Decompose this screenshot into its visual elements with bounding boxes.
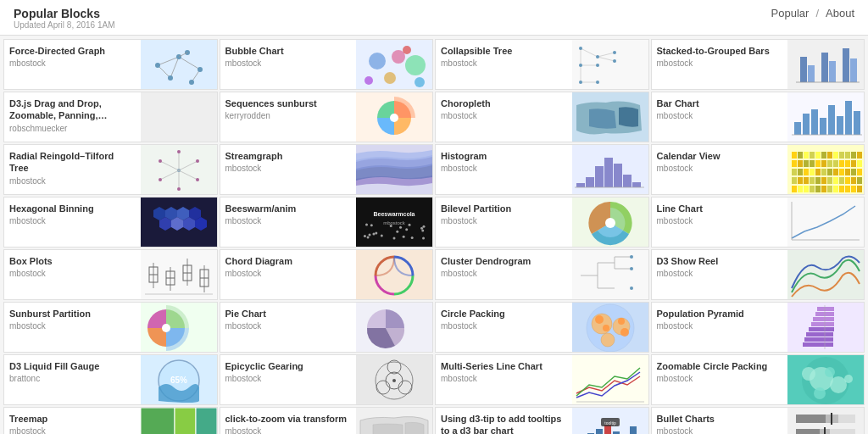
card-info: Bar Chartmbostock bbox=[652, 92, 788, 142]
card-epicyclic-gearing[interactable]: Epicyclic Gearingmbostock bbox=[220, 354, 434, 405]
card-click-zoom[interactable]: click-to-zoom via transformmbostock bbox=[220, 407, 434, 434]
svg-rect-88 bbox=[798, 152, 803, 159]
card-chord-diagram[interactable]: Chord Diagrammbostock bbox=[220, 249, 434, 300]
card-d3-tip[interactable]: Using d3-tip to add tooltips to a d3 bar… bbox=[435, 407, 649, 434]
svg-point-35 bbox=[613, 59, 616, 63]
card-thumbnail bbox=[141, 92, 217, 142]
card-thumbnail bbox=[787, 92, 864, 142]
svg-rect-140 bbox=[857, 169, 862, 175]
svg-point-176 bbox=[605, 218, 615, 228]
card-circle-packing[interactable]: Circle Packingmbostock bbox=[435, 302, 649, 353]
svg-rect-277 bbox=[796, 429, 820, 434]
svg-point-245 bbox=[814, 387, 826, 399]
card-bubble-chart[interactable]: Bubble Chartmbostock bbox=[220, 39, 434, 90]
svg-rect-124 bbox=[839, 160, 844, 167]
card-title: Collapsible Tree bbox=[441, 45, 567, 57]
card-title: Treemap bbox=[9, 413, 136, 425]
card-author: mbostock bbox=[657, 426, 783, 434]
card-author: mbostock bbox=[657, 269, 783, 278]
svg-point-157 bbox=[409, 224, 411, 226]
nav-popular[interactable]: Popular bbox=[771, 7, 810, 19]
card-radial-tree[interactable]: Radial Reingold–Tilford Treembostock bbox=[3, 144, 218, 195]
card-info: Beeswarm/animmbostock bbox=[220, 198, 357, 247]
card-stacked-grouped[interactable]: Stacked-to-Grouped Barsmbostock bbox=[651, 39, 865, 90]
svg-point-203 bbox=[630, 255, 633, 259]
card-force-directed[interactable]: Force-Directed Graphmbostock bbox=[3, 39, 218, 90]
card-info: Using d3-tip to add tooltips to a d3 bar… bbox=[436, 408, 572, 434]
svg-point-160 bbox=[399, 226, 402, 229]
card-box-plots[interactable]: Box Plotsmbostock bbox=[3, 249, 218, 300]
card-collapsible-tree[interactable]: Collapsible Treembostock bbox=[435, 39, 649, 90]
svg-rect-261 bbox=[596, 429, 603, 434]
card-info: Bilevel Partitionmbostock bbox=[436, 198, 572, 247]
card-thumbnail bbox=[356, 145, 432, 195]
svg-point-217 bbox=[618, 318, 625, 325]
card-pie-chart[interactable]: Pie Chartmbostock bbox=[220, 302, 434, 353]
card-bar-chart[interactable]: Bar Chartmbostock bbox=[651, 92, 865, 142]
svg-rect-131 bbox=[845, 177, 850, 184]
card-line-chart[interactable]: Line Chartmbostock bbox=[651, 197, 865, 248]
card-bullet-charts[interactable]: Bullet Chartsmbostock bbox=[651, 407, 865, 434]
card-d3-drag[interactable]: D3.js Drag and Drop, Zoomable, Panning, … bbox=[3, 92, 218, 142]
card-choropleth[interactable]: Choroplethmbostock bbox=[435, 92, 649, 142]
card-author: mbostock bbox=[441, 269, 567, 278]
card-liquid-fill-gauge[interactable]: D3 Liquid Fill Gaugebrattonc 65% bbox=[3, 354, 218, 405]
card-title: D3.js Drag and Drop, Zoomable, Panning, … bbox=[9, 97, 136, 122]
card-thumbnail bbox=[356, 92, 432, 142]
svg-rect-132 bbox=[845, 186, 850, 192]
svg-point-204 bbox=[630, 267, 633, 270]
card-title: Hexagonal Binning bbox=[9, 203, 136, 214]
card-title: Line Chart bbox=[657, 203, 783, 214]
svg-point-159 bbox=[367, 236, 370, 238]
svg-text:65%: 65% bbox=[170, 376, 186, 385]
card-histogram[interactable]: Histogrammbostock bbox=[435, 144, 649, 195]
card-title: Calendar View bbox=[657, 150, 783, 162]
card-bilevel-partition[interactable]: Bilevel Partitionmbostock bbox=[435, 197, 649, 248]
card-cluster-dendrogram[interactable]: Cluster Dendrogrammbostock bbox=[435, 249, 649, 300]
svg-point-218 bbox=[620, 328, 629, 337]
svg-rect-121 bbox=[833, 177, 838, 184]
card-sequences-sunburst[interactable]: Sequences sunburstkerryrodden bbox=[220, 92, 434, 142]
card-title: Pie Chart bbox=[225, 308, 352, 320]
card-multi-series[interactable]: Multi-Series Line Chartmbostock bbox=[435, 354, 649, 405]
nav-about[interactable]: About bbox=[826, 7, 854, 19]
svg-point-32 bbox=[596, 64, 599, 67]
svg-rect-75 bbox=[586, 177, 594, 187]
card-calendar-view[interactable]: Calendar Viewmbostock bbox=[651, 144, 865, 195]
card-population-pyramid[interactable]: Population Pyramidmbostock bbox=[651, 302, 865, 353]
card-thumbnail bbox=[787, 408, 864, 434]
svg-rect-39 bbox=[821, 53, 828, 82]
svg-rect-129 bbox=[845, 160, 850, 167]
card-thumbnail bbox=[356, 303, 432, 353]
svg-point-208 bbox=[162, 324, 170, 332]
svg-rect-96 bbox=[804, 177, 809, 184]
svg-rect-92 bbox=[798, 186, 803, 192]
card-treemap[interactable]: Treemapmbostock bbox=[3, 407, 218, 434]
card-info: Cluster Dendrogrammbostock bbox=[436, 250, 572, 299]
card-title: Population Pyramid bbox=[657, 308, 783, 320]
svg-text:Beeswarmcola: Beeswarmcola bbox=[373, 211, 415, 217]
svg-point-9 bbox=[168, 75, 173, 81]
svg-point-238 bbox=[392, 379, 396, 382]
card-title: Sunburst Partition bbox=[9, 308, 136, 320]
svg-rect-123 bbox=[839, 152, 844, 159]
svg-point-30 bbox=[579, 81, 582, 84]
svg-point-20 bbox=[403, 46, 411, 54]
card-info: D3 Show Reelmbostock bbox=[652, 250, 788, 299]
card-info: Sunburst Partitionmbostock bbox=[4, 303, 141, 352]
card-streamgraph[interactable]: Streamgraphmbostock bbox=[220, 144, 434, 195]
card-author: mbostock bbox=[657, 111, 783, 120]
svg-rect-141 bbox=[857, 177, 862, 184]
blocks-grid: Force-Directed Graphmbostock Bubble Char… bbox=[0, 36, 868, 434]
card-d3-show-reel[interactable]: D3 Show Reelmbostock bbox=[651, 249, 865, 300]
card-zoomable-circle-packing[interactable]: Zoomable Circle Packingmbostock bbox=[651, 354, 865, 405]
svg-point-247 bbox=[844, 375, 853, 383]
card-sunburst-partition[interactable]: Sunburst Partitionmbostock bbox=[3, 302, 218, 353]
svg-point-14 bbox=[369, 53, 386, 70]
svg-rect-74 bbox=[576, 183, 585, 187]
svg-rect-226 bbox=[804, 337, 833, 342]
svg-rect-115 bbox=[827, 169, 832, 175]
card-hexagonal-binning[interactable]: Hexagonal Binningmbostock bbox=[3, 197, 218, 248]
card-info: click-to-zoom via transformmbostock bbox=[220, 408, 357, 434]
card-black-animation[interactable]: Beeswarm/animmbostock Beeswarmcola mbost… bbox=[220, 197, 434, 248]
